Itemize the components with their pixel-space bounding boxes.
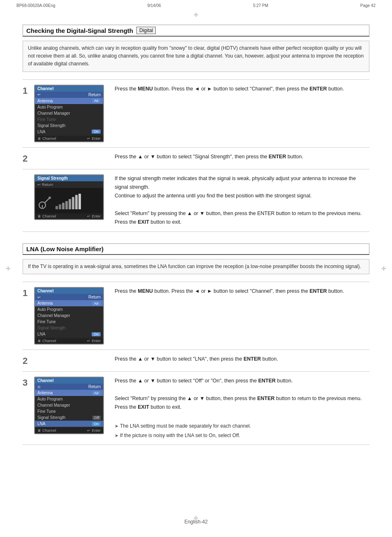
section1-title: Checking the Digital-Signal Strength	[26, 27, 133, 34]
lna-step3-number: 3	[23, 377, 34, 388]
tv-autoprog-lna3: Auto Program	[35, 396, 103, 402]
left-cross: ✛	[6, 265, 11, 272]
right-cross: ✛	[381, 265, 386, 272]
tv-return-lna1: ↩ Return	[35, 294, 103, 300]
tv-footer-1: 🖥 Channel ↵ Enter	[35, 136, 103, 141]
lna-step1-number: 1	[23, 287, 34, 299]
section-lna: LNA (Low Noise Amplifier) If the TV is o…	[23, 243, 369, 445]
bar-3	[62, 203, 65, 209]
tv-finetune-lna1: Fine Tune	[35, 319, 103, 325]
tv-return-1: ↩ Return	[35, 92, 103, 98]
lna-step1: 1 Channel ↩ Return AntennaAir Auto Progr…	[23, 282, 369, 350]
tv-title-1: Channel	[35, 86, 103, 92]
lna-step3-screen: Channel ⊙ Return AntennaAir Auto Program…	[34, 377, 108, 434]
signal-return: ↩ Return	[35, 181, 103, 188]
header-time: 5:27 PM	[253, 3, 268, 8]
lna-step3-desc: Press the ▲ or ▼ button to select "Off" …	[108, 377, 369, 440]
tv-screen-lna1: Channel ↩ Return AntennaAir Auto Program…	[34, 287, 104, 345]
signal-strength-screen: Signal Strength ↩ Return	[34, 174, 104, 220]
bar-8	[78, 194, 81, 209]
signal-content	[35, 188, 103, 213]
tv-autoprog-1: Auto Program	[35, 104, 103, 110]
signal-footer-channel: 🖥 Channel	[37, 214, 56, 218]
tv-chanmgr-lna3: Channel Manager	[35, 402, 103, 408]
note-arrow-2: ➤	[115, 432, 118, 440]
step2-number: 2	[23, 153, 34, 164]
lna-step2: 2 Press the ▲ or ▼ button to select "LNA…	[23, 350, 369, 371]
signal-bars	[55, 193, 81, 209]
step3-signal-screen: Signal Strength ↩ Return	[34, 174, 108, 220]
section1-description: Unlike analog channels, which can vary i…	[23, 41, 369, 72]
tv-footer-lna3: 🖥 Channel ↵ Enter	[35, 428, 103, 433]
tv-signal-lna1: Signal Strength	[35, 325, 103, 331]
header-filename: BP68-00620A-00Eng	[16, 3, 55, 8]
section-digital-signal: Checking the Digital-Signal Strength Dig…	[23, 25, 369, 232]
header-page: Page 42	[360, 3, 376, 8]
tv-lna-lna1: LNAOn	[35, 331, 103, 337]
lna-step2-number: 2	[23, 355, 34, 366]
digital-badge: Digital	[136, 27, 156, 34]
page-number: English-42	[184, 519, 208, 525]
section1-step2: 2 Press the ▲ or ▼ button to select "Sig…	[23, 147, 369, 169]
lna-step2-desc: Press the ▲ or ▼ button to select "LNA",…	[108, 355, 369, 363]
tv-antenna-lna1: AntennaAir	[35, 300, 103, 306]
tv-chanmgr-lna1: Channel Manager	[35, 312, 103, 319]
lna-note-1: ➤ The LNA setting must be made separatel…	[115, 422, 369, 430]
step1-screen: Channel ↩ Return AntennaAir Auto Program…	[34, 85, 108, 142]
bar-7	[75, 195, 78, 209]
lna-step1-desc: Press the MENU button. Press the ◄ or ► …	[108, 287, 369, 296]
tv-footer-lna1: 🖥 Channel ↵ Enter	[35, 338, 103, 344]
page-header: BP68-00620A-00Eng 9/14/06 5:27 PM Page 4…	[16, 3, 376, 8]
svg-point-2	[48, 197, 51, 199]
tv-title-lna3: Channel	[35, 377, 103, 384]
lna-description: If the TV is operating in a weak-signal …	[23, 259, 369, 274]
tv-lna-lna3: LNAOn	[35, 421, 103, 427]
lna-note-2: ➤ If the picture is noisy with the LNA s…	[115, 432, 369, 440]
section1-step1: 1 Channel ↩ Return AntennaAir Auto Progr…	[23, 79, 369, 147]
tv-screen-lna3: Channel ⊙ Return AntennaAir Auto Program…	[34, 377, 104, 434]
lna-step1-screen: Channel ↩ Return AntennaAir Auto Program…	[34, 287, 108, 345]
tv-title-lna1: Channel	[35, 288, 103, 294]
page-footer: English-42	[0, 519, 392, 525]
bar-5	[69, 199, 71, 209]
signal-footer-enter: ↵ Enter	[87, 214, 101, 218]
section1-step3: Signal Strength ↩ Return	[23, 169, 369, 232]
note-arrow-1: ➤	[115, 423, 118, 430]
tv-lna-1: LNAOn	[35, 129, 103, 135]
lna-step3: 3 Channel ⊙ Return AntennaAir Auto Progr…	[23, 371, 369, 445]
header-date: 9/14/06	[147, 3, 161, 8]
tv-finetune-1: Fine Tune	[35, 116, 103, 123]
tv-finetune-lna3: Fine Tune	[35, 408, 103, 414]
step3-number-empty	[23, 174, 34, 175]
signal-footer: 🖥 Channel ↵ Enter	[35, 213, 103, 219]
main-content: Checking the Digital-Signal Strength Dig…	[23, 25, 369, 445]
tv-antenna-lna3: AntennaAir	[35, 390, 103, 396]
bar-2	[59, 204, 61, 209]
tv-antenna-1: AntennaAir	[35, 98, 103, 104]
step1-number: 1	[23, 85, 34, 96]
tv-chanmgr-1: Channel Manager	[35, 110, 103, 116]
signal-screen-title: Signal Strength	[35, 175, 103, 181]
bar-4	[65, 201, 68, 209]
tv-signal-1: Signal Strength	[35, 123, 103, 129]
bar-1	[55, 206, 58, 209]
tv-signal-lna3: Signal Strength Off	[35, 414, 103, 421]
tv-autoprog-lna1: Auto Program	[35, 306, 103, 312]
tv-footer-enter-1: ↵ Enter	[87, 137, 101, 141]
lna-title: LNA (Low Noise Amplifier)	[26, 245, 366, 252]
satellite-icon	[38, 194, 53, 209]
step3-desc: If the signal strength meter indicates t…	[108, 174, 369, 227]
tv-screen-1: Channel ↩ Return AntennaAir Auto Program…	[34, 85, 104, 142]
section1-title-bar: Checking the Digital-Signal Strength Dig…	[23, 25, 369, 37]
tv-footer-channel-1: 🖥 Channel	[37, 137, 56, 141]
step2-desc: Press the ▲ or ▼ button to select "Signa…	[108, 153, 369, 161]
tv-return-lna3: ⊙ Return	[35, 384, 103, 390]
top-cross: ✛	[194, 12, 198, 18]
lna-title-bar: LNA (Low Noise Amplifier)	[23, 243, 369, 255]
step1-desc: Press the MENU button. Press the ◄ or ► …	[108, 85, 369, 93]
bar-6	[72, 197, 74, 209]
